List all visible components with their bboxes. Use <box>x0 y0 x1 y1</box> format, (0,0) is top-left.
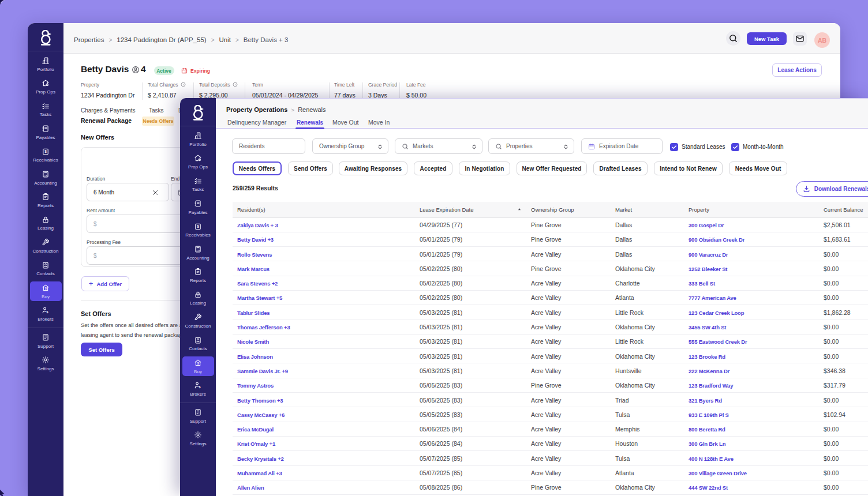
svg-text:$: $ <box>197 362 199 365</box>
svg-text:$: $ <box>199 385 201 389</box>
svg-text:$: $ <box>44 149 47 154</box>
svg-text:$: $ <box>197 224 199 229</box>
svg-text:$: $ <box>46 310 48 314</box>
svg-text:$: $ <box>44 287 47 290</box>
